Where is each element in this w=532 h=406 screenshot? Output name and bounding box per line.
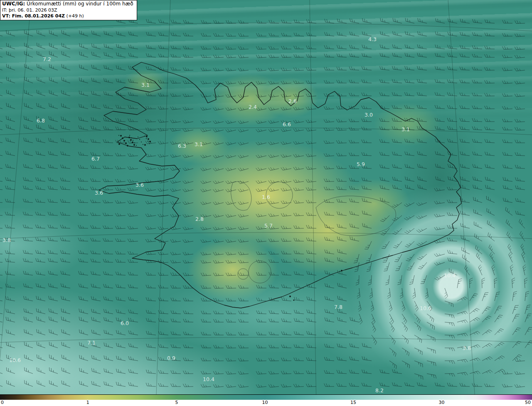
colorbar-tick: 30 bbox=[438, 400, 444, 405]
colorbar-gradient bbox=[0, 394, 532, 400]
value-label: 5.9 bbox=[357, 161, 365, 167]
value-label: 3.6 bbox=[95, 190, 103, 196]
value-label: 10.6 bbox=[9, 357, 21, 363]
value-label: 8.2 bbox=[375, 387, 384, 394]
wind-barbs bbox=[0, 18, 532, 387]
value-label: 3.0 bbox=[365, 112, 373, 118]
value-label: 1.6 bbox=[262, 194, 270, 200]
value-label: 10.6 bbox=[420, 305, 431, 311]
value-label: 3.6 bbox=[135, 182, 144, 188]
colorbar-tick: 5 bbox=[175, 400, 178, 405]
colorbar-tick-labels: 01510153050 bbox=[0, 400, 532, 406]
value-label: 4.3 bbox=[368, 36, 377, 42]
colorbar-tick: 15 bbox=[350, 400, 356, 405]
map-title: Úrkomumætti (mm) og vindur í 100m hæð bbox=[25, 1, 133, 7]
value-label: 6.7 bbox=[91, 156, 100, 162]
map-overlay: 4.37.23.16.82.42.63.06.63.16.33.16.75.93… bbox=[0, 0, 532, 406]
value-label: 3.1 bbox=[195, 141, 203, 147]
colorbar-tick: 10 bbox=[262, 400, 268, 405]
value-label: 3.8 bbox=[463, 345, 471, 351]
map-title-line: UWC/IG: Úrkomumætti (mm) og vindur í 100… bbox=[2, 1, 133, 7]
weather-map-viewport: 4.37.23.16.82.42.63.06.63.16.33.16.75.93… bbox=[0, 0, 532, 406]
value-label: 2.6 bbox=[288, 98, 297, 104]
value-label: 0.9 bbox=[167, 355, 175, 361]
value-label: 5.7 bbox=[264, 223, 273, 229]
valid-time-main: VT: Fim. 08.01.2026 04Z bbox=[2, 13, 65, 19]
value-label: 6.6 bbox=[283, 121, 291, 127]
value-label: 7.1 bbox=[87, 340, 96, 346]
model-name: UWC/IG: bbox=[2, 1, 25, 7]
valid-time: VT: Fim. 08.01.2026 04Z (+49 h) bbox=[2, 13, 133, 19]
value-label: 7.8 bbox=[334, 304, 342, 310]
colorbar: 01510153050 bbox=[0, 394, 532, 406]
value-label: 6.8 bbox=[37, 117, 45, 124]
title-box: UWC/IG: Úrkomumætti (mm) og vindur í 100… bbox=[0, 0, 137, 20]
value-label: 2.4 bbox=[249, 104, 257, 110]
init-time: IT: þri. 06. 01. 2026 03Z bbox=[2, 7, 133, 13]
island-dots bbox=[118, 135, 342, 301]
iceland-coastline bbox=[99, 62, 461, 308]
colorbar-tick: 0 bbox=[1, 400, 4, 405]
colorbar-tick: 1 bbox=[86, 400, 89, 405]
value-label: 6.3 bbox=[178, 143, 186, 149]
valid-time-offset: (+49 h) bbox=[65, 13, 84, 19]
colorbar-tick: 50 bbox=[525, 400, 531, 405]
value-label: 10.4 bbox=[203, 376, 214, 382]
value-label: 3.8 bbox=[2, 237, 11, 243]
value-label: 2.8 bbox=[195, 216, 204, 222]
value-label: 10.4 bbox=[444, 272, 456, 279]
value-label: 3.1 bbox=[141, 82, 150, 88]
value-label: 7.2 bbox=[43, 56, 51, 62]
value-label: 6.0 bbox=[121, 320, 129, 326]
value-label: 3.1 bbox=[401, 126, 410, 132]
